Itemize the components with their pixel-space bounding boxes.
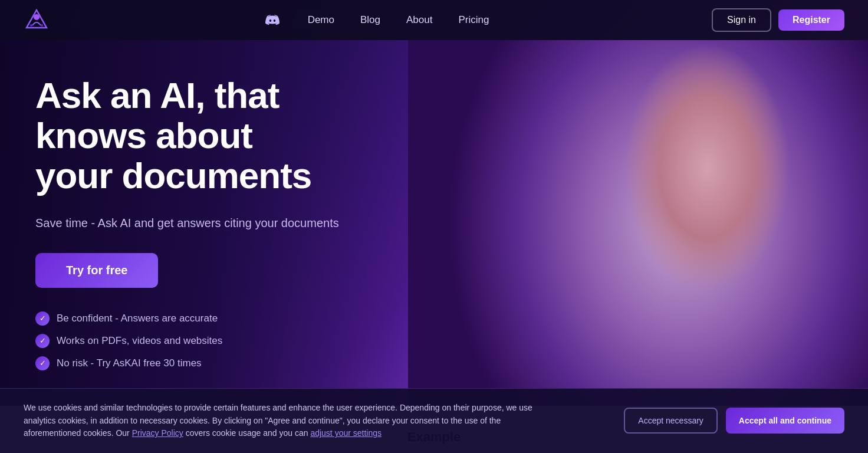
cookie-text: We use cookies and similar technologies …: [24, 402, 554, 440]
try-free-button[interactable]: Try for free: [35, 253, 158, 288]
feature-item-3: ✓ No risk - Try AsKAI free 30 times: [35, 356, 366, 370]
site-header: Demo Blog About Pricing Sign in Register: [0, 0, 868, 40]
svg-point-2: [30, 24, 32, 27]
nav-pricing[interactable]: Pricing: [448, 9, 499, 31]
hero-photo: [408, 40, 868, 406]
cookie-banner: We use cookies and similar technologies …: [0, 388, 868, 453]
cookie-actions: Accept necessary Accept all and continue: [624, 408, 844, 434]
cookie-text-after2: covers cookie usage and you can: [186, 428, 308, 438]
accept-all-button[interactable]: Accept all and continue: [726, 408, 844, 434]
check-icon-3: ✓: [35, 356, 50, 370]
logo-icon: [24, 7, 50, 33]
svg-point-1: [34, 14, 40, 20]
hero-content: Ask an AI, that knows about your documen…: [0, 40, 401, 406]
hero-subtitle: Save time - Ask AI and get answers citin…: [35, 214, 354, 232]
logo-area[interactable]: [24, 7, 50, 33]
discord-icon[interactable]: [262, 9, 283, 31]
adjust-settings-link[interactable]: adjust your settings: [310, 428, 382, 438]
feature-label-3: No risk - Try AsKAI free 30 times: [57, 357, 202, 369]
feature-list: ✓ Be confident - Answers are accurate ✓ …: [35, 311, 366, 370]
nav-demo[interactable]: Demo: [297, 9, 345, 31]
hero-section: Ask an AI, that knows about your documen…: [0, 0, 868, 406]
hero-title: Ask an AI, that knows about your documen…: [35, 76, 366, 196]
feature-label-1: Be confident - Answers are accurate: [57, 313, 218, 324]
main-nav: Demo Blog About Pricing: [262, 9, 500, 31]
accept-necessary-button[interactable]: Accept necessary: [624, 408, 718, 434]
nav-right: Sign in Register: [712, 8, 844, 32]
svg-point-3: [41, 24, 43, 27]
feature-item-1: ✓ Be confident - Answers are accurate: [35, 311, 366, 326]
privacy-policy-link[interactable]: Privacy Policy: [132, 428, 183, 438]
register-button[interactable]: Register: [778, 9, 844, 31]
check-icon-1: ✓: [35, 311, 50, 326]
nav-blog[interactable]: Blog: [350, 9, 391, 31]
nav-about[interactable]: About: [396, 9, 443, 31]
feature-label-2: Works on PDFs, videos and websites: [57, 335, 222, 347]
sign-in-button[interactable]: Sign in: [712, 8, 771, 32]
feature-item-2: ✓ Works on PDFs, videos and websites: [35, 334, 366, 348]
check-icon-2: ✓: [35, 334, 50, 348]
